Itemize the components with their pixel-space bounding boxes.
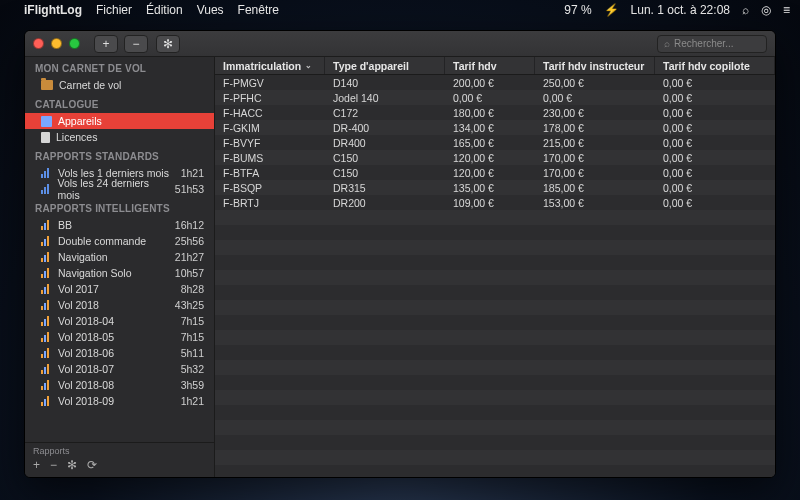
table-row-empty: [215, 255, 775, 270]
table-cell: 0,00 €: [535, 90, 655, 105]
table-row-empty: [215, 450, 775, 465]
menu-fenetre[interactable]: Fenêtre: [238, 3, 279, 17]
table-cell: F-BSQP: [215, 180, 325, 195]
col-label: Immatriculation: [223, 60, 301, 72]
toolbar-settings-button[interactable]: ✻: [156, 35, 180, 53]
menu-edition[interactable]: Édition: [146, 3, 183, 17]
traffic-lights: [33, 38, 80, 49]
sidebar-item[interactable]: Vol 201843h25: [25, 297, 214, 313]
menu-fichier[interactable]: Fichier: [96, 3, 132, 17]
table-row-empty: [215, 390, 775, 405]
table-cell: DR315: [325, 180, 445, 195]
sidebar-item[interactable]: Vols les 24 derniers mois51h53: [25, 181, 214, 197]
cube-icon: [41, 116, 52, 127]
menu-vues[interactable]: Vues: [197, 3, 224, 17]
sidebar-item-label: Vol 2018-04: [58, 315, 114, 327]
table-row[interactable]: F-HACCC172180,00 €230,00 €0,00 €: [215, 105, 775, 120]
table-cell: 0,00 €: [655, 75, 775, 90]
table-cell: 153,00 €: [535, 195, 655, 210]
table-cell: 0,00 €: [445, 90, 535, 105]
sidebar-item[interactable]: BB16h12: [25, 217, 214, 233]
app-menu[interactable]: iFlightLog: [24, 3, 82, 17]
sidebar-item[interactable]: Vol 20178h28: [25, 281, 214, 297]
bars-icon: [41, 300, 52, 310]
table-cell: F-HACC: [215, 105, 325, 120]
toolbar-add-button[interactable]: +: [94, 35, 118, 53]
toolbar-remove-button[interactable]: −: [124, 35, 148, 53]
table-row-empty: [215, 405, 775, 420]
sidebar-footer-label: Rapports: [33, 446, 206, 458]
table-body[interactable]: F-PMGVD140200,00 €250,00 €0,00 €F-PFHCJo…: [215, 75, 775, 477]
table-row-empty: [215, 315, 775, 330]
footer-gear-button[interactable]: ✻: [67, 458, 77, 472]
sidebar-item[interactable]: Vol 2018-091h21: [25, 393, 214, 409]
table-cell: F-GKIM: [215, 120, 325, 135]
close-button[interactable]: [33, 38, 44, 49]
sidebar-item[interactable]: Vol 2018-065h11: [25, 345, 214, 361]
table-cell: F-BUMS: [215, 150, 325, 165]
table-row[interactable]: F-BTFAC150120,00 €170,00 €0,00 €: [215, 165, 775, 180]
table-row[interactable]: F-PMGVD140200,00 €250,00 €0,00 €: [215, 75, 775, 90]
zoom-button[interactable]: [69, 38, 80, 49]
table-row[interactable]: F-PFHCJodel 1400,00 €0,00 €0,00 €: [215, 90, 775, 105]
table-row[interactable]: F-BSQPDR315135,00 €185,00 €0,00 €: [215, 180, 775, 195]
bars-icon: [41, 396, 52, 406]
footer-remove-button[interactable]: −: [50, 458, 57, 472]
sidebar-item-badge: 43h25: [175, 299, 204, 311]
siri-icon[interactable]: ◎: [761, 3, 771, 17]
table-cell: D140: [325, 75, 445, 90]
spotlight-icon[interactable]: ⌕: [742, 3, 749, 17]
table-cell: C150: [325, 150, 445, 165]
table-row[interactable]: F-BUMSC150120,00 €170,00 €0,00 €: [215, 150, 775, 165]
search-input[interactable]: ⌕ Rechercher...: [657, 35, 767, 53]
sidebar-item-label: Vol 2018-05: [58, 331, 114, 343]
sidebar-item[interactable]: Appareils: [25, 113, 214, 129]
table-cell: 165,00 €: [445, 135, 535, 150]
table-row-empty: [215, 285, 775, 300]
bars-icon: [41, 236, 52, 246]
col-tarif-hdv[interactable]: Tarif hdv: [445, 57, 535, 74]
table-cell: 0,00 €: [655, 195, 775, 210]
col-tarif-instructeur[interactable]: Tarif hdv instructeur: [535, 57, 655, 74]
sidebar-item-badge: 5h32: [181, 363, 204, 375]
table-row[interactable]: F-BRTJDR200109,00 €153,00 €0,00 €: [215, 195, 775, 210]
sidebar-item[interactable]: Vol 2018-075h32: [25, 361, 214, 377]
bars-blue-icon: [41, 184, 51, 194]
sidebar-item-badge: 10h57: [175, 267, 204, 279]
table-row[interactable]: F-BVYFDR400165,00 €215,00 €0,00 €: [215, 135, 775, 150]
sidebar-item[interactable]: Vol 2018-083h59: [25, 377, 214, 393]
sidebar-section-title: MON CARNET DE VOL: [25, 57, 214, 77]
notification-center-icon[interactable]: ≡: [783, 3, 790, 17]
table-cell: 215,00 €: [535, 135, 655, 150]
sidebar-item[interactable]: Navigation21h27: [25, 249, 214, 265]
sidebar-item-label: Vol 2018-08: [58, 379, 114, 391]
battery-icon[interactable]: ⚡: [604, 3, 619, 17]
footer-add-button[interactable]: +: [33, 458, 40, 472]
col-immatriculation[interactable]: Immatriculation ⌄: [215, 57, 325, 74]
sidebar-item-badge: 7h15: [181, 331, 204, 343]
col-type[interactable]: Type d'appareil: [325, 57, 445, 74]
bars-icon: [41, 252, 52, 262]
bars-icon: [41, 220, 52, 230]
sidebar-item[interactable]: Vol 2018-057h15: [25, 329, 214, 345]
sidebar-item[interactable]: Licences: [25, 129, 214, 145]
col-tarif-copilote[interactable]: Tarif hdv copilote: [655, 57, 775, 74]
table-cell: C172: [325, 105, 445, 120]
table-cell: F-PFHC: [215, 90, 325, 105]
table-row[interactable]: F-GKIMDR-400134,00 €178,00 €0,00 €: [215, 120, 775, 135]
table-area: Immatriculation ⌄ Type d'appareil Tarif …: [215, 57, 775, 477]
sidebar-item[interactable]: Carnet de vol: [25, 77, 214, 93]
sidebar-item-label: BB: [58, 219, 72, 231]
col-label: Tarif hdv instructeur: [543, 60, 644, 72]
sidebar-item[interactable]: Double commande25h56: [25, 233, 214, 249]
footer-refresh-button[interactable]: ⟳: [87, 458, 97, 472]
table-cell: 230,00 €: [535, 105, 655, 120]
sidebar-item[interactable]: Navigation Solo10h57: [25, 265, 214, 281]
window-titlebar[interactable]: + − ✻ ⌕ Rechercher...: [25, 31, 775, 57]
bars-icon: [41, 284, 52, 294]
bars-blue-icon: [41, 168, 52, 178]
minimize-button[interactable]: [51, 38, 62, 49]
menubar-datetime[interactable]: Lun. 1 oct. à 22:08: [631, 3, 730, 17]
sidebar-item[interactable]: Vol 2018-047h15: [25, 313, 214, 329]
table-cell: 0,00 €: [655, 150, 775, 165]
